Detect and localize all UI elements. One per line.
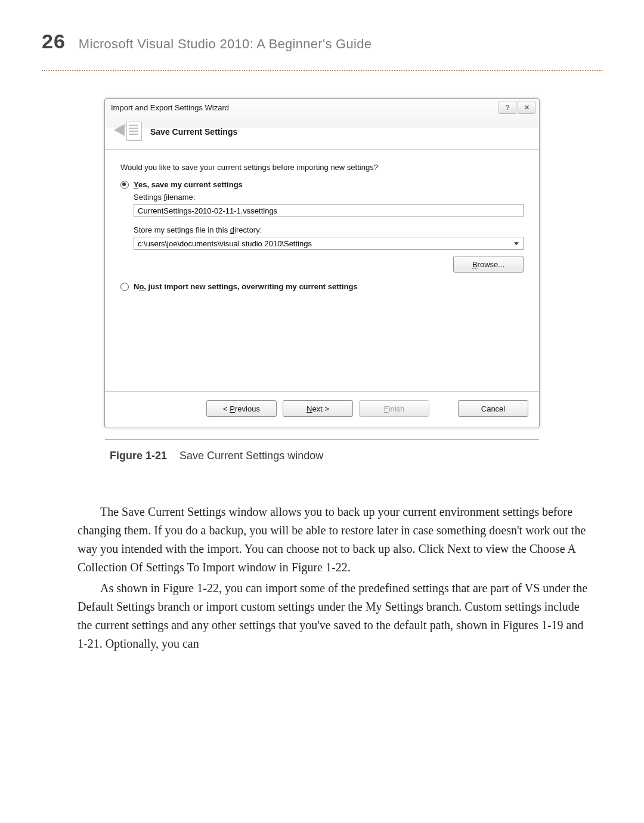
- page-number: 26: [42, 30, 66, 53]
- filename-label: Settings filename:: [134, 193, 524, 202]
- radio-no-row[interactable]: No, just import new settings, overwritin…: [120, 282, 524, 291]
- section-title: Save Current Settings: [150, 127, 237, 137]
- directory-label: Store my settings file in this directory…: [134, 225, 524, 234]
- radio-no-label: No, just import new settings, overwritin…: [134, 282, 358, 291]
- section-divider: [105, 149, 539, 150]
- wizard-footer: < Previous Next > Finish Cancel: [105, 391, 539, 428]
- close-button[interactable]: ✕: [518, 101, 535, 114]
- finish-button: Finish: [359, 400, 429, 417]
- radio-yes-row[interactable]: Yes, save my current settings: [120, 180, 524, 189]
- directory-input[interactable]: [134, 237, 524, 250]
- wizard-subheader: Save Current Settings: [105, 116, 539, 149]
- cancel-button[interactable]: Cancel: [458, 400, 528, 417]
- next-button[interactable]: Next >: [283, 400, 353, 417]
- book-title: Microsoft Visual Studio 2010: A Beginner…: [79, 36, 371, 52]
- header-rule: [42, 70, 602, 71]
- window-title: Import and Export Settings Wizard: [111, 103, 497, 112]
- radio-yes-label: Yes, save my current settings: [134, 180, 243, 189]
- titlebar: Import and Export Settings Wizard ? ✕: [105, 99, 539, 116]
- figure-rule: [105, 439, 539, 440]
- browse-button[interactable]: Browse...: [453, 256, 524, 273]
- directory-combo[interactable]: [134, 237, 524, 250]
- figure-label: Figure 1-21: [110, 450, 167, 462]
- help-button[interactable]: ?: [499, 101, 516, 114]
- filename-input[interactable]: [134, 204, 524, 217]
- radio-no[interactable]: [120, 283, 129, 291]
- running-head: 26 Microsoft Visual Studio 2010: A Begin…: [42, 30, 602, 53]
- paragraph-2: As shown in Figure 1-22, you can import …: [78, 579, 588, 653]
- radio-yes[interactable]: [120, 181, 129, 189]
- body-text: The Save Current Settings window allows …: [78, 503, 588, 653]
- wizard-window: Import and Export Settings Wizard ? ✕ Sa…: [104, 98, 540, 428]
- figure-caption-text: Save Current Settings window: [179, 450, 323, 462]
- previous-button[interactable]: < Previous: [206, 400, 277, 417]
- paragraph-1: The Save Current Settings window allows …: [78, 503, 588, 577]
- wizard-icon: [113, 122, 142, 142]
- prompt-text: Would you like to save your current sett…: [120, 163, 524, 172]
- figure-caption: Figure 1-21 Save Current Settings window: [110, 450, 602, 462]
